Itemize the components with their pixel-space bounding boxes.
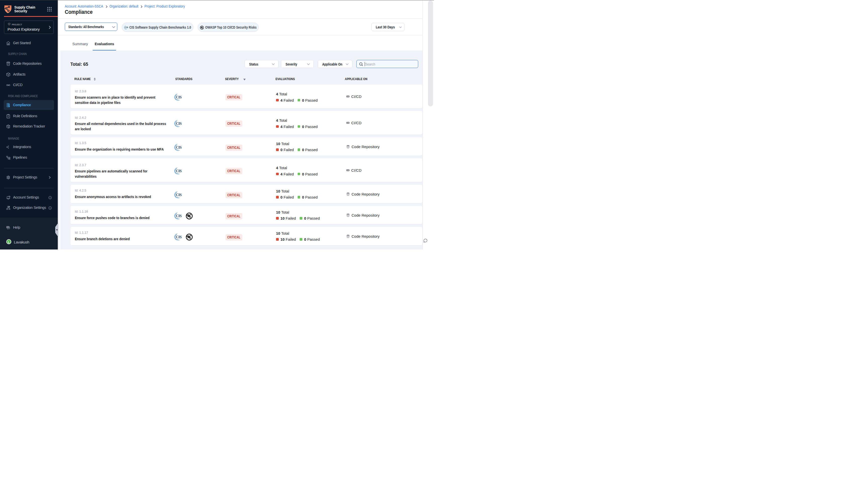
svg-text:?: ? (7, 226, 9, 228)
